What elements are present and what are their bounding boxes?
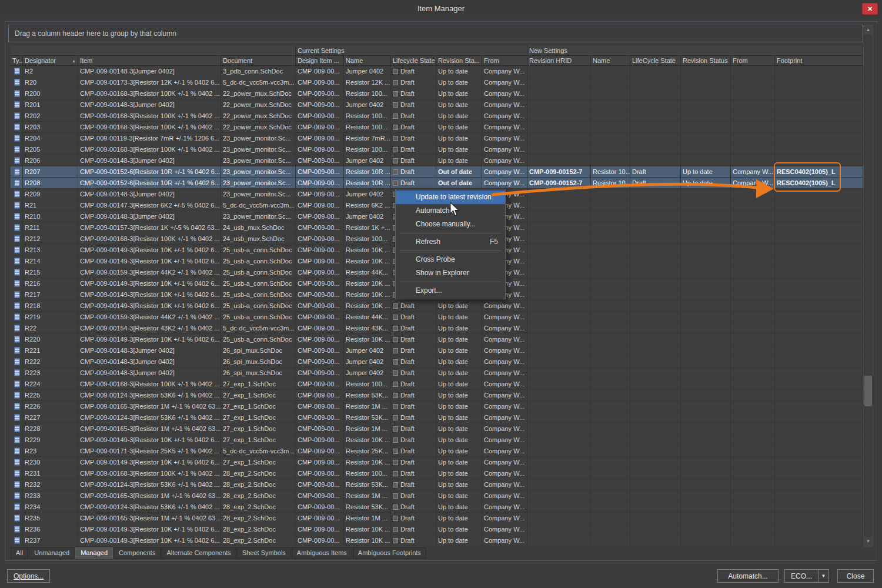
table-row-R236[interactable]: R236CMP-009-00149-3[Resistor 10K +/-1 % … [11, 524, 863, 535]
column-header-document-3[interactable]: Document [221, 56, 296, 66]
table-row-R235[interactable]: R235CMP-009-00165-3[Resistor 1M +/-1 % 0… [11, 513, 863, 524]
menu-item-update-to-latest-revision[interactable]: Update to latest revision [396, 191, 505, 204]
table-row-R219[interactable]: R219CMP-009-00159-3[Resistor 44K2 +/-1 %… [11, 312, 863, 323]
cell-type [11, 122, 23, 133]
table-row-R221[interactable]: R221CMP-009-00148-3[Jumper 0402]26_spi_m… [11, 345, 863, 356]
cell-new-revision-status [681, 535, 731, 546]
table-row-R222[interactable]: R222CMP-009-00148-3[Jumper 0402]26_spi_m… [11, 356, 863, 368]
cell-designator: R228 [23, 423, 78, 435]
component-type-icon [14, 325, 20, 332]
eco-dropdown-icon[interactable]: ▼ [818, 569, 829, 583]
cell-item: CMP-009-00124-3[Resistor 53K6 +/-1 % 040… [78, 412, 221, 423]
table-row-R228[interactable]: R228CMP-009-00165-3[Resistor 1M +/-1 % 0… [11, 423, 863, 435]
table-row-R229[interactable]: R229CMP-009-00149-3[Resistor 10K +/-1 % … [11, 435, 863, 446]
menu-item-choose-manually[interactable]: Choose manually... [396, 218, 505, 231]
table-row-R227[interactable]: R227CMP-009-00124-3[Resistor 53K6 +/-1 %… [11, 412, 863, 423]
cell-new-from [731, 323, 775, 334]
table-row-R224[interactable]: R224CMP-009-00168-3[Resistor 100K +/-1 %… [11, 379, 863, 390]
column-header-from-13[interactable]: From [731, 56, 775, 66]
table-row-R202[interactable]: R202CMP-009-00168-3[Resistor 100K +/-1 %… [11, 111, 863, 122]
lifecycle-state-indicator [393, 147, 398, 152]
table-row-R225[interactable]: R225CMP-009-00124-3[Resistor 53K6 +/-1 %… [11, 390, 863, 401]
table-row-R201[interactable]: R201CMP-009-00148-3[Jumper 0402]22_power… [11, 99, 863, 111]
menu-item-export[interactable]: Export... [396, 284, 505, 298]
column-header-name-10[interactable]: Name [591, 56, 630, 66]
cell-type [11, 200, 23, 211]
scroll-up-icon[interactable]: ▲ [864, 25, 873, 35]
table-row-R230[interactable]: R230CMP-009-00149-3[Resistor 10K +/-1 % … [11, 457, 863, 468]
table-row-R22[interactable]: R22CMP-009-00154-3[Resistor 43K2 +/-1 % … [11, 323, 863, 334]
cell-new-revision-status [681, 245, 731, 256]
table-row-R203[interactable]: R203CMP-009-00168-3[Resistor 100K +/-1 %… [11, 122, 863, 133]
tab-all[interactable]: All [11, 547, 28, 559]
table-row-R206[interactable]: R206CMP-009-00148-3[Jumper 0402]23_power… [11, 155, 863, 166]
cell-from: Company W... [482, 334, 527, 345]
tab-sheet-symbols[interactable]: Sheet Symbols [237, 547, 291, 559]
table-row-R20[interactable]: R20CMP-009-00173-3[Resistor 12K +/-1 % 0… [11, 77, 863, 88]
table-row-R208[interactable]: R208CMP-009-00152-6[Resistor 10R +/-1 % … [11, 178, 863, 189]
cell-designator: R230 [23, 457, 78, 468]
cell-revision-status: Up to date [436, 122, 482, 133]
automatch-button[interactable]: Automatch... [717, 569, 779, 583]
scrollbar-thumb[interactable] [864, 376, 872, 406]
menu-item-refresh[interactable]: RefreshF5 [396, 235, 505, 249]
menu-item-cross-probe[interactable]: Cross Probe [396, 253, 505, 266]
tab-unmanaged[interactable]: Unmanaged [29, 547, 75, 559]
cell-new-lifecycle-state [630, 513, 681, 524]
cell-item: CMP-009-00124-3[Resistor 53K6 +/-1 % 040… [78, 390, 221, 401]
column-header-name-5[interactable]: Name [344, 56, 391, 66]
tab-ambiguous-items[interactable]: Ambiguous Items [292, 547, 352, 559]
tab-alternate-components[interactable]: Alternate Components [161, 547, 236, 559]
cell-new-revision-hrid [527, 524, 591, 535]
cell-design-item: CMP-009-00... [296, 144, 344, 155]
options-button[interactable]: Options... [7, 569, 50, 583]
table-row-R200[interactable]: R200CMP-009-00168-3[Resistor 100K +/-1 %… [11, 88, 863, 99]
column-header-ty-0[interactable]: Ty... [11, 56, 23, 66]
cell-name: Jumper 0402 [344, 99, 391, 111]
table-row-R205[interactable]: R205CMP-009-00168-3[Resistor 100K +/-1 %… [11, 144, 863, 155]
column-header-footprint-14[interactable]: Footprint [775, 56, 863, 66]
tab-ambiguous-footprints[interactable]: Ambiguous Footprints [353, 547, 426, 559]
menu-item-automatch[interactable]: Automatch... [396, 204, 505, 218]
column-header-item-2[interactable]: Item [78, 56, 221, 66]
table-row-R220[interactable]: R220CMP-009-00149-3[Resistor 10K +/-1 % … [11, 334, 863, 345]
menu-item-label: Export... [416, 284, 442, 298]
column-header-lifecycle-state-6[interactable]: Lifecycle State [391, 56, 436, 66]
vertical-scrollbar[interactable]: ▲ ▼ [863, 25, 873, 547]
column-header-revision-hrid-9[interactable]: Revision HRID [527, 56, 591, 66]
table-row-R234[interactable]: R234CMP-009-00124-3[Resistor 53K6 +/-1 %… [11, 502, 863, 513]
cell-item: CMP-009-00149-3[Resistor 10K +/-1 % 0402… [78, 256, 221, 267]
tab-components[interactable]: Components [113, 547, 161, 559]
column-header-from-8[interactable]: From [482, 56, 527, 66]
tab-managed[interactable]: Managed [75, 547, 113, 559]
cell-new-revision-status [681, 256, 731, 267]
group-by-drop-zone[interactable]: Drag a column header here to group by th… [8, 25, 863, 42]
table-row-R231[interactable]: R231CMP-009-00168-3[Resistor 100K +/-1 %… [11, 468, 863, 479]
table-row-R232[interactable]: R232CMP-009-00124-3[Resistor 53K6 +/-1 %… [11, 479, 863, 490]
table-row-R226[interactable]: R226CMP-009-00165-3[Resistor 1M +/-1 % 0… [11, 401, 863, 412]
table-row-R2[interactable]: R2CMP-009-00148-3[Jumper 0402]3_pdb_conn… [11, 66, 863, 77]
close-button[interactable]: Close [837, 569, 874, 583]
table-row-R23[interactable]: R23CMP-009-00171-3[Resistor 25K5 +/-1 % … [11, 446, 863, 457]
column-header-lifecycle-state-11[interactable]: LifeCycle State [630, 56, 681, 66]
cell-new-lifecycle-state [630, 300, 681, 312]
table-row-R237[interactable]: R237CMP-009-00149-3[Resistor 10K +/-1 % … [11, 535, 863, 546]
column-header-revision-status-12[interactable]: Revision Status [681, 56, 731, 66]
column-header-design-item-4[interactable]: Design Item ... [296, 56, 344, 66]
table-row-R218[interactable]: R218CMP-009-00149-3[Resistor 10K +/-1 % … [11, 300, 863, 312]
table-row-R207[interactable]: R207CMP-009-00152-6[Resistor 10R +/-1 % … [11, 166, 863, 178]
cell-footprint [775, 189, 863, 200]
scroll-down-icon[interactable]: ▼ [864, 537, 873, 546]
cell-type [11, 278, 23, 289]
table-row-R233[interactable]: R233CMP-009-00165-3[Resistor 1M +/-1 % 0… [11, 490, 863, 502]
table-row-R223[interactable]: R223CMP-009-00148-3[Jumper 0402]26_spi_m… [11, 368, 863, 379]
window-close-button[interactable]: ✕ [862, 3, 878, 15]
cell-lifecycle-state: Draft [391, 368, 436, 379]
table-row-R204[interactable]: R204CMP-009-00119-3[Resistor 7mR +/-1% 1… [11, 133, 863, 144]
cell-document: 22_power_mux.SchDoc [221, 111, 296, 122]
eco-button[interactable]: ECO... [784, 569, 818, 583]
menu-item-show-in-explorer[interactable]: Show in Explorer [396, 266, 505, 280]
cell-revision-status: Out of date [436, 178, 482, 189]
column-header-revision-sta-7[interactable]: Revision Sta... [436, 56, 482, 66]
column-header-designator-1[interactable]: Designator▲ [23, 56, 78, 66]
